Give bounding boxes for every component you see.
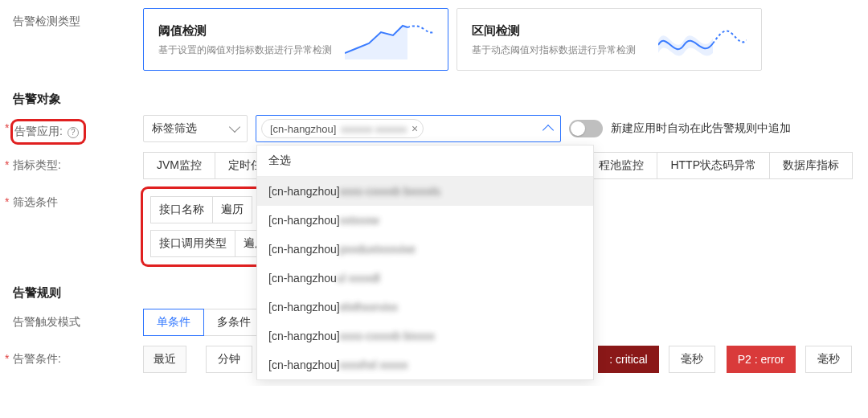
alarm-app-combobox[interactable]: [cn-hangzhou]xxxxxx xxxxxx × 全选 [cn-hang…: [256, 115, 561, 142]
dropdown-item[interactable]: [cn-hangzhou]elxthxxrvixx: [257, 293, 593, 322]
trigger-tab-multi[interactable]: 多条件: [203, 309, 264, 336]
minute-unit[interactable]: 分钟: [206, 346, 252, 373]
dropdown-item[interactable]: [cn-hangzhouul xxxxdl: [257, 264, 593, 293]
card-subtitle: 基于动态阈值对指标数据进行异常检测: [472, 43, 636, 57]
dropdown-item[interactable]: [cn-hangzhou]xxxs-cxxxxb bxxxxls: [257, 177, 593, 206]
chevron-up-icon: [542, 125, 554, 136]
filter-name-value[interactable]: 遍历: [212, 196, 252, 223]
card-subtitle: 基于设置的阈值对指标数据进行异常检测: [158, 43, 332, 57]
section-alarm-target: 告警对象: [0, 76, 868, 110]
auto-add-label: 新建应用时自动在此告警规则中追加: [611, 121, 791, 136]
tag-filter-select[interactable]: 标签筛选: [143, 115, 248, 142]
card-title: 区间检测: [472, 23, 636, 39]
metric-tab-threadpool[interactable]: 程池监控: [585, 152, 657, 179]
selected-app-chip[interactable]: [cn-hangzhou]xxxxxx xxxxxx ×: [261, 119, 424, 138]
metric-tab-jvm[interactable]: JVM监控: [143, 152, 215, 179]
metric-type-label: 指标类型:: [0, 152, 143, 173]
chevron-down-icon: [229, 121, 240, 133]
dropdown-item[interactable]: [cn-hangzhou]xxxs-cxxxxb bixxxx: [257, 322, 593, 350]
ms-unit-1[interactable]: 毫秒: [669, 346, 715, 373]
metric-tab-db[interactable]: 数据库指标: [769, 152, 853, 179]
detection-card-threshold[interactable]: 阈值检测 基于设置的阈值对指标数据进行异常检测: [143, 8, 448, 71]
help-icon[interactable]: ?: [68, 127, 79, 138]
severity-critical[interactable]: : critical: [598, 346, 658, 373]
dropdown-item[interactable]: [cn-hangzhou]xxtxxxw: [257, 206, 593, 235]
metric-tab-http[interactable]: HTTP状态码异常: [657, 152, 770, 179]
dropdown-select-all[interactable]: 全选: [257, 145, 593, 177]
alarm-app-label-cell: 告警应用: ?: [0, 115, 143, 142]
app-dropdown-panel: 全选 [cn-hangzhou]xxxs-cxxxxb bxxxxls [cn-…: [256, 145, 594, 380]
filter-calltype-label: 接口调用类型: [150, 230, 235, 257]
range-chart-icon: [658, 21, 747, 59]
card-title: 阈值检测: [158, 23, 332, 39]
ms-unit-2[interactable]: 毫秒: [805, 346, 852, 373]
filter-cond-label: 筛选条件: [0, 189, 143, 210]
alarm-cond-label: 告警条件:: [0, 346, 143, 367]
dropdown-item[interactable]: [cn-hangzhou]pxxduxtxxxvixe: [257, 235, 593, 264]
severity-error[interactable]: P2 : error: [727, 346, 796, 373]
recent-button[interactable]: 最近: [143, 346, 186, 373]
chip-remove-icon[interactable]: ×: [411, 122, 418, 135]
detection-type-label: 告警检测类型: [0, 8, 143, 29]
trigger-mode-label: 告警触发模式: [0, 309, 143, 330]
filter-name-label: 接口名称: [150, 196, 212, 223]
trigger-tab-single[interactable]: 单条件: [143, 309, 204, 336]
alarm-app-label: 告警应用:: [14, 125, 63, 137]
detection-card-range[interactable]: 区间检测 基于动态阈值对指标数据进行异常检测: [457, 8, 762, 71]
dropdown-item[interactable]: [cn-hangzhou]xxxxhxl xxxxx: [257, 350, 593, 379]
threshold-chart-icon: [345, 21, 433, 59]
auto-add-toggle[interactable]: [569, 120, 603, 137]
